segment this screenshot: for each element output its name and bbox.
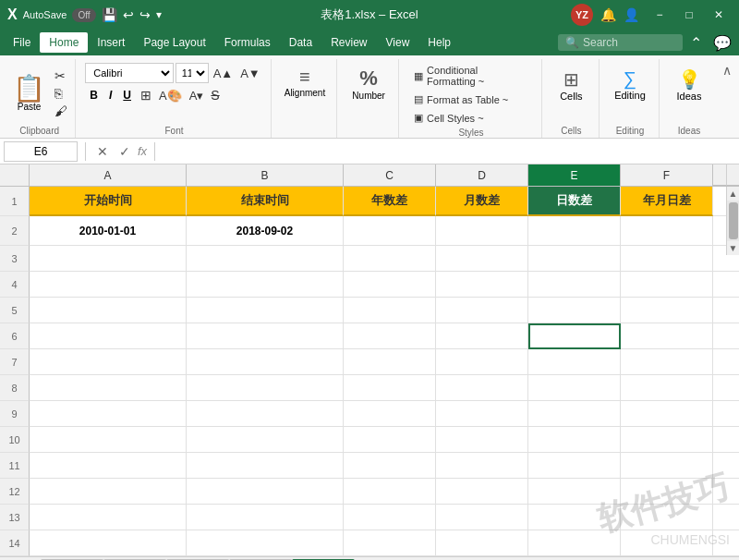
- cell-f4[interactable]: [621, 272, 713, 298]
- cell-b5[interactable]: [187, 298, 344, 323]
- number-button[interactable]: % Number: [345, 63, 393, 104]
- cell-b4[interactable]: [187, 272, 344, 298]
- font-color-button[interactable]: A▾: [187, 88, 207, 103]
- row-num-10[interactable]: 10: [0, 427, 30, 453]
- menu-search[interactable]: 🔍: [558, 34, 683, 51]
- cell-b9[interactable]: [187, 401, 344, 427]
- ribbon-display-icon[interactable]: 🔔: [600, 7, 616, 22]
- cell-e10[interactable]: [528, 427, 621, 453]
- menu-item-home[interactable]: Home: [40, 32, 88, 53]
- cell-f2[interactable]: [621, 216, 713, 246]
- cell-a7[interactable]: [30, 349, 187, 375]
- decrease-font-icon[interactable]: A▼: [237, 66, 263, 81]
- cell-c11[interactable]: [344, 453, 436, 479]
- cell-a6[interactable]: [30, 323, 187, 349]
- share-icon[interactable]: 👤: [624, 7, 639, 22]
- ideas-button[interactable]: 💡 Ideas: [670, 63, 709, 107]
- cell-d14[interactable]: [436, 530, 528, 556]
- cell-c7[interactable]: [344, 349, 436, 375]
- cell-d7[interactable]: [436, 349, 528, 375]
- menu-item-page-layout[interactable]: Page Layout: [134, 32, 214, 53]
- format-as-table-button[interactable]: ▤ Format as Table ~: [408, 91, 534, 107]
- cell-c9[interactable]: [344, 401, 436, 427]
- avatar[interactable]: YZ: [571, 4, 593, 26]
- conditional-formatting-button[interactable]: ▦ Conditional Formatting ~: [408, 63, 534, 89]
- search-input[interactable]: [583, 36, 675, 49]
- col-header-f[interactable]: F: [621, 164, 713, 186]
- cell-b10[interactable]: [187, 427, 344, 453]
- cell-c5[interactable]: [344, 298, 436, 323]
- cell-c8[interactable]: [344, 375, 436, 401]
- cell-e6[interactable]: [528, 323, 621, 349]
- row-num-8[interactable]: 8: [0, 375, 30, 401]
- cell-e11[interactable]: [528, 453, 621, 479]
- cell-d11[interactable]: [436, 453, 528, 479]
- confirm-formula-button[interactable]: ✓: [115, 142, 134, 161]
- cell-f14[interactable]: [621, 530, 713, 556]
- undo-icon[interactable]: ↩: [123, 7, 134, 22]
- cell-d1[interactable]: 月数差: [436, 187, 528, 216]
- cell-c12[interactable]: [344, 479, 436, 505]
- col-header-d[interactable]: D: [436, 164, 528, 186]
- row-num-12[interactable]: 12: [0, 479, 30, 505]
- col-header-a[interactable]: A: [30, 164, 187, 186]
- cell-f11[interactable]: [621, 453, 713, 479]
- cell-b8[interactable]: [187, 375, 344, 401]
- cell-a8[interactable]: [30, 375, 187, 401]
- cell-c13[interactable]: [344, 505, 436, 530]
- cell-f5[interactable]: [621, 298, 713, 323]
- cell-f13[interactable]: [621, 505, 713, 530]
- cell-a14[interactable]: [30, 530, 187, 556]
- cell-e5[interactable]: [528, 298, 621, 323]
- ribbon-collapse-button[interactable]: ∧: [719, 59, 735, 81]
- cell-c3[interactable]: [344, 246, 436, 272]
- cell-c4[interactable]: [344, 272, 436, 298]
- row-num-11[interactable]: 11: [0, 453, 30, 479]
- cell-d2[interactable]: [436, 216, 528, 246]
- row-num-2[interactable]: 2: [0, 216, 30, 246]
- cell-e3[interactable]: [528, 246, 621, 272]
- cell-d9[interactable]: [436, 401, 528, 427]
- row-num-14[interactable]: 14: [0, 530, 30, 556]
- cell-a5[interactable]: [30, 298, 187, 323]
- cell-e8[interactable]: [528, 375, 621, 401]
- menu-item-help[interactable]: Help: [418, 32, 460, 53]
- cell-d12[interactable]: [436, 479, 528, 505]
- menu-item-review[interactable]: Review: [321, 32, 376, 53]
- cell-f1[interactable]: 年月日差: [621, 187, 713, 216]
- cancel-formula-button[interactable]: ✕: [93, 142, 112, 161]
- collapse-icon[interactable]: ⌃: [683, 30, 709, 55]
- minimize-button[interactable]: −: [647, 6, 672, 24]
- cell-b14[interactable]: [187, 530, 344, 556]
- formula-input[interactable]: [163, 145, 735, 158]
- row-num-7[interactable]: 7: [0, 349, 30, 375]
- scroll-down-arrow[interactable]: ▼: [727, 241, 739, 255]
- bold-button[interactable]: B: [85, 87, 103, 103]
- cell-d4[interactable]: [436, 272, 528, 298]
- cell-a10[interactable]: [30, 427, 187, 453]
- cell-a13[interactable]: [30, 505, 187, 530]
- cell-c14[interactable]: [344, 530, 436, 556]
- row-num-4[interactable]: 4: [0, 272, 30, 298]
- cell-d5[interactable]: [436, 298, 528, 323]
- cell-e9[interactable]: [528, 401, 621, 427]
- menu-item-insert[interactable]: Insert: [88, 32, 134, 53]
- row-num-5[interactable]: 5: [0, 298, 30, 323]
- cells-button[interactable]: ⊞ Cells: [552, 63, 589, 107]
- strikethrough-button[interactable]: S: [208, 87, 222, 103]
- cell-reference-input[interactable]: E6: [4, 141, 78, 162]
- autosave-toggle[interactable]: Off: [72, 8, 95, 22]
- close-button[interactable]: ✕: [706, 6, 732, 24]
- underline-button[interactable]: U: [118, 87, 136, 103]
- cell-f12[interactable]: [621, 479, 713, 505]
- cell-e7[interactable]: [528, 349, 621, 375]
- row-num-1[interactable]: 1: [0, 187, 30, 216]
- cell-f7[interactable]: [621, 349, 713, 375]
- cell-a9[interactable]: [30, 401, 187, 427]
- cell-c2[interactable]: [344, 216, 436, 246]
- fill-color-button[interactable]: A🎨: [156, 88, 185, 103]
- cell-e12[interactable]: [528, 479, 621, 505]
- cell-e4[interactable]: [528, 272, 621, 298]
- cell-a1[interactable]: 开始时间: [30, 187, 187, 216]
- cell-a12[interactable]: [30, 479, 187, 505]
